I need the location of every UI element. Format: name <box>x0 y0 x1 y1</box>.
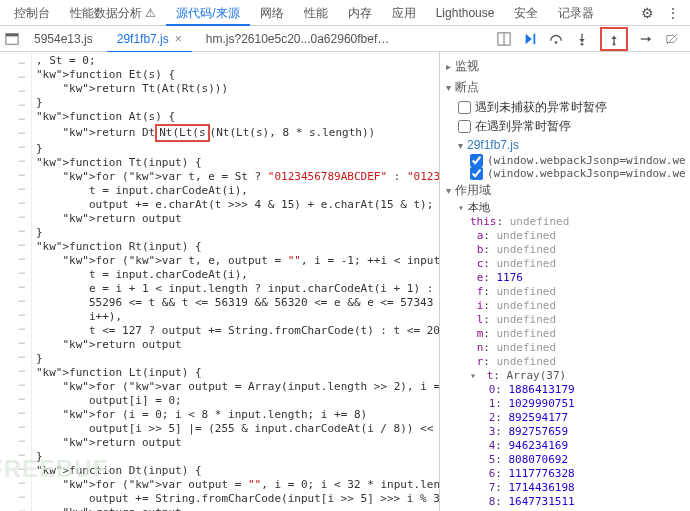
svg-point-6 <box>555 41 558 44</box>
array-item-8[interactable]: 8: 1647731511 <box>482 495 686 509</box>
svg-rect-5 <box>534 33 536 44</box>
breakpoint-line-text: (window.webpackJsonp=window.webpackJsonp… <box>487 167 686 180</box>
array-item-5[interactable]: 5: 808070692 <box>482 453 686 467</box>
file-tab-2-label: 29f1fb7.js <box>117 32 169 46</box>
file-tab-3[interactable]: hm.js?2610e5c20...0a62960fbef0ad <box>196 26 406 52</box>
breakpoint-item-2[interactable]: (window.webpackJsonp=window.webpackJsonp… <box>446 167 686 180</box>
pause-on-caught-label: 在遇到异常时暂停 <box>475 118 571 135</box>
svg-marker-4 <box>526 33 532 44</box>
scope-var-r[interactable]: r: undefined <box>470 355 686 369</box>
checkbox[interactable] <box>458 101 471 114</box>
array-item-1[interactable]: 1: 1029990751 <box>482 397 686 411</box>
checkbox[interactable] <box>470 154 483 167</box>
scope-var-b[interactable]: b: undefined <box>470 243 686 257</box>
tab-network[interactable]: 网络 <box>250 0 294 26</box>
tab-security[interactable]: 安全 <box>504 0 548 26</box>
code-content: , St = 0;"kw">function Et(s) { "kw">retu… <box>32 52 439 511</box>
main-split: …………………………………………………………………………………………………………… <box>0 52 690 511</box>
step-into-button[interactable] <box>574 31 590 47</box>
breakpoints-section[interactable]: 断点 <box>446 77 686 98</box>
scope-var-t[interactable]: t: Array(37) <box>470 369 686 383</box>
scope-var-e[interactable]: e: 1176 <box>470 271 686 285</box>
scope-val: Array(37) <box>507 369 567 382</box>
pause-on-uncaught-checkbox[interactable]: 遇到未捕获的异常时暂停 <box>446 98 686 117</box>
array-item-3[interactable]: 3: 892757659 <box>482 425 686 439</box>
array-item-4[interactable]: 4: 946234169 <box>482 439 686 453</box>
scope-local[interactable]: 本地 <box>458 201 686 215</box>
pause-on-uncaught-label: 遇到未捕获的异常时暂停 <box>475 99 607 116</box>
svg-rect-1 <box>6 33 18 36</box>
checkbox[interactable] <box>458 120 471 133</box>
file-tab-1[interactable]: 5954e13.js <box>24 26 103 52</box>
scope-var-l[interactable]: l: undefined <box>470 313 686 327</box>
resume-script-button[interactable] <box>522 31 538 47</box>
tab-recorder[interactable]: 记录器 <box>548 0 604 26</box>
code-editor[interactable]: …………………………………………………………………………………………………………… <box>0 52 440 511</box>
page-tree-icon[interactable] <box>4 31 20 47</box>
scope-key: this <box>470 215 497 228</box>
scope-this[interactable]: this: undefined <box>470 215 686 229</box>
kebab-menu-icon[interactable]: ⋮ <box>660 5 686 21</box>
svg-marker-11 <box>611 35 616 39</box>
file-tab-3-label: hm.js?2610e5c20...0a62960fbef0ad <box>206 32 398 46</box>
devtools-tabbar: 控制台 性能数据分析 ⚠ 源代码/来源 网络 性能 内存 应用 Lighthou… <box>0 0 690 26</box>
checkbox[interactable] <box>470 167 483 180</box>
close-icon[interactable]: × <box>175 32 182 46</box>
step-button[interactable] <box>638 31 654 47</box>
tab-console[interactable]: 控制台 <box>4 0 60 26</box>
scope-var-m[interactable]: m: undefined <box>470 327 686 341</box>
array-item-0[interactable]: 0: 1886413179 <box>482 383 686 397</box>
tab-application[interactable]: 应用 <box>382 0 426 26</box>
scope-var-i[interactable]: i: undefined <box>470 299 686 313</box>
panel-layout-icon[interactable] <box>496 31 512 47</box>
line-gutter: ………………………………………………………………………………………………………… <box>0 52 32 511</box>
scope-var-f[interactable]: f: undefined <box>470 285 686 299</box>
step-out-button[interactable] <box>606 31 622 47</box>
sources-toolbar: 5954e13.js 29f1fb7.js× hm.js?2610e5c20..… <box>0 26 690 52</box>
tab-perf-insights[interactable]: 性能数据分析 ⚠ <box>60 0 166 26</box>
breakpoint-file[interactable]: 29f1fb7.js <box>446 136 686 154</box>
watch-section[interactable]: 监视 <box>446 56 686 77</box>
scope-section[interactable]: 作用域 <box>446 180 686 201</box>
pause-on-caught-checkbox[interactable]: 在遇到异常时暂停 <box>446 117 686 136</box>
array-item-7[interactable]: 7: 1714436198 <box>482 481 686 495</box>
scope-var-c[interactable]: c: undefined <box>470 257 686 271</box>
svg-point-12 <box>613 42 616 45</box>
step-over-button[interactable] <box>548 31 564 47</box>
breakpoint-line-text: (window.webpackJsonp=window.webpackJsonp… <box>487 154 686 167</box>
svg-marker-14 <box>648 36 652 41</box>
file-tab-2[interactable]: 29f1fb7.js× <box>107 26 192 52</box>
scope-var-n[interactable]: n: undefined <box>470 341 686 355</box>
array-item-2[interactable]: 2: 892594177 <box>482 411 686 425</box>
scope-var-a[interactable]: a: undefined <box>470 229 686 243</box>
highlighted-step-out <box>600 27 628 51</box>
scope-val: undefined <box>510 215 570 228</box>
array-item-6[interactable]: 6: 1117776328 <box>482 467 686 481</box>
breakpoint-item-1[interactable]: (window.webpackJsonp=window.webpackJsonp… <box>446 154 686 167</box>
tab-performance[interactable]: 性能 <box>294 0 338 26</box>
svg-marker-8 <box>579 39 584 43</box>
tab-lighthouse[interactable]: Lighthouse <box>426 0 505 26</box>
file-tab-1-label: 5954e13.js <box>34 32 93 46</box>
deactivate-breakpoints-button[interactable] <box>664 31 680 47</box>
svg-point-9 <box>581 42 584 45</box>
tab-sources[interactable]: 源代码/来源 <box>166 0 249 26</box>
debugger-sidebar: 监视 断点 遇到未捕获的异常时暂停 在遇到异常时暂停 29f1fb7.js (w… <box>440 52 690 511</box>
settings-gear-icon[interactable]: ⚙ <box>635 5 660 21</box>
tab-memory[interactable]: 内存 <box>338 0 382 26</box>
